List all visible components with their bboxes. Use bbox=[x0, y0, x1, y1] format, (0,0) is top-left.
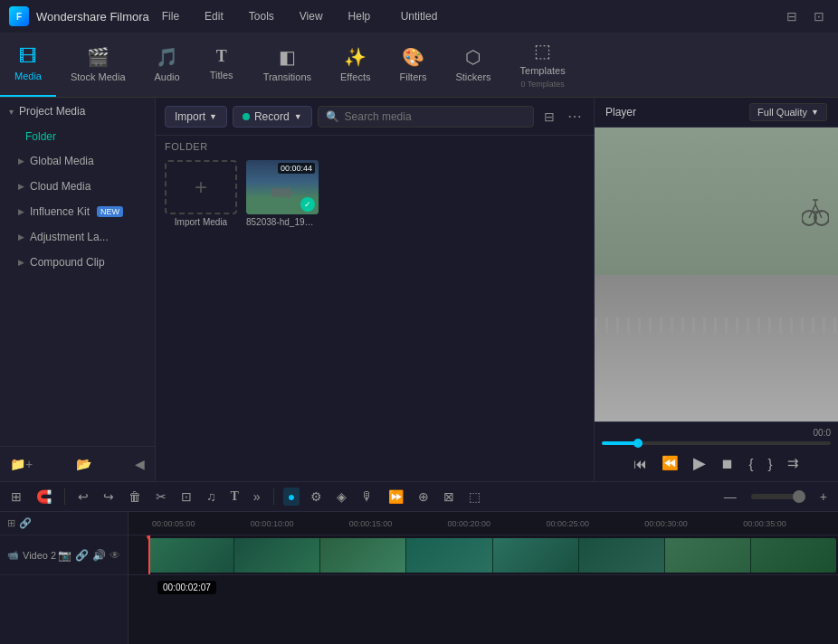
track-view-button[interactable]: ⊞ bbox=[7, 517, 15, 529]
sidebar-item-cloud-media[interactable]: ▶ Cloud Media bbox=[0, 174, 155, 199]
toolbar-media[interactable]: 🎞 Media bbox=[0, 33, 56, 97]
toolbar-transitions[interactable]: ◧ Transitions bbox=[249, 33, 326, 97]
maximize-button[interactable]: ⊡ bbox=[809, 9, 829, 24]
titles-label: Titles bbox=[210, 70, 233, 80]
import-button[interactable]: Import ▼ bbox=[165, 106, 227, 128]
zoom-in-button[interactable]: + bbox=[816, 487, 831, 507]
progress-fill bbox=[602, 441, 636, 445]
toolbar-filters[interactable]: 🎨 Filters bbox=[385, 33, 441, 97]
templates-icon: ⬚ bbox=[534, 40, 551, 62]
transitions-label: Transitions bbox=[263, 71, 311, 82]
templates-badge: 0 Templates bbox=[520, 80, 564, 89]
menu-tools[interactable]: Tools bbox=[243, 6, 280, 26]
track-audio-button[interactable]: 🔊 bbox=[92, 549, 106, 562]
import-media-item[interactable]: + Import Media bbox=[165, 160, 237, 227]
gear-button[interactable]: ⚙ bbox=[307, 487, 326, 507]
split-audio-button[interactable]: ♫ bbox=[203, 487, 220, 507]
settings-button[interactable]: ⇉ bbox=[785, 452, 802, 474]
mask-button[interactable]: ◈ bbox=[333, 487, 350, 507]
menu-bar: File Edit Tools View Help bbox=[157, 6, 376, 26]
import-media-label: Import Media bbox=[175, 217, 227, 227]
track-eye-button[interactable]: 👁 bbox=[110, 549, 120, 562]
sidebar-item-influence-kit[interactable]: ▶ Influence Kit NEW bbox=[0, 199, 155, 224]
timeline-toolbar: ⊞ 🧲 ↩ ↪ 🗑 ✂ ⊡ ♫ T » ● ⚙ ◈ 🎙 ⏩ ⊕ ⊠ ⬚ — + bbox=[0, 482, 838, 512]
sidebar-folder[interactable]: Folder bbox=[0, 125, 155, 148]
ruler-mark-30s: 00:00:30:00 bbox=[641, 519, 739, 528]
speed-button[interactable]: ⏩ bbox=[385, 487, 407, 507]
search-input[interactable] bbox=[345, 110, 526, 123]
media-content: + Import Media 00:00:44 ✓ 8 bbox=[156, 155, 594, 232]
undo-button[interactable]: ↩ bbox=[74, 487, 92, 507]
skip-to-start-button[interactable]: ⏮ bbox=[631, 453, 650, 474]
open-folder-button[interactable]: 📂 bbox=[73, 454, 94, 474]
video-track-row: ▼ ▶ 852038-hd_1920_1080_30fps bbox=[129, 535, 838, 575]
magnet-button[interactable]: 🧲 bbox=[33, 487, 55, 507]
track-camera-button[interactable]: 📷 bbox=[58, 549, 71, 562]
new-folder-button[interactable]: 📁+ bbox=[7, 454, 35, 474]
toolbar-titles[interactable]: T Titles bbox=[195, 33, 249, 97]
menu-view[interactable]: View bbox=[294, 6, 329, 26]
player-tab[interactable]: Player bbox=[605, 106, 636, 118]
main-area: ▾ Project Media Folder ▶ Global Media ▶ … bbox=[0, 98, 838, 481]
record-button[interactable]: Record ▼ bbox=[233, 106, 312, 128]
view-toggle-button[interactable]: ⊞ bbox=[7, 487, 25, 507]
more-tools-button[interactable]: » bbox=[250, 487, 264, 507]
toolbar-stickers[interactable]: ⬡ Stickers bbox=[441, 33, 505, 97]
zoom-handle[interactable] bbox=[793, 490, 805, 503]
minimize-button[interactable]: ⊟ bbox=[782, 9, 802, 24]
sidebar-item-adjustment[interactable]: ▶ Adjustment La... bbox=[0, 224, 155, 250]
video-clip[interactable]: ▶ 852038-hd_1920_1080_30fps bbox=[148, 538, 836, 573]
audio-icon: 🎵 bbox=[156, 46, 178, 68]
toolbar-audio[interactable]: 🎵 Audio bbox=[140, 33, 195, 97]
menu-file[interactable]: File bbox=[157, 6, 185, 26]
filter-button[interactable]: ⊟ bbox=[539, 107, 559, 127]
toolbar-templates[interactable]: ⬚ Templates 0 Templates bbox=[506, 33, 580, 97]
sidebar-item-global-media[interactable]: ▶ Global Media bbox=[0, 148, 155, 174]
subtitle-button[interactable]: ⬚ bbox=[465, 487, 484, 507]
timeline-content: ⊞ 🔗 📹 Video 2 📷 🔗 🔊 👁 bbox=[0, 512, 838, 644]
ai-tools-button[interactable]: ⊕ bbox=[414, 487, 433, 507]
more-options-button[interactable]: ⋯ bbox=[565, 105, 585, 128]
bracket-in-button[interactable]: { bbox=[746, 453, 756, 474]
stickers-icon: ⬡ bbox=[465, 46, 481, 68]
import-placeholder-thumb[interactable]: + bbox=[165, 160, 237, 214]
menu-edit[interactable]: Edit bbox=[199, 6, 229, 26]
voice-button[interactable]: 🎙 bbox=[357, 487, 377, 507]
bracket-out-button[interactable]: } bbox=[766, 453, 776, 474]
toolbar-stock-media[interactable]: 🎬 Stock Media bbox=[56, 33, 140, 97]
adjustment-arrow: ▶ bbox=[18, 232, 24, 242]
sidebar-bottom: 📁+ 📂 ◀ bbox=[0, 446, 155, 481]
search-box[interactable]: 🔍 bbox=[318, 106, 534, 128]
timeline-ruler: 00:00:05:00 00:00:10:00 00:00:15:00 00:0… bbox=[129, 512, 838, 535]
cut-button[interactable]: ✂ bbox=[152, 487, 170, 507]
zoom-slider[interactable] bbox=[751, 494, 805, 499]
screen-rec-button[interactable]: ⊠ bbox=[440, 487, 458, 507]
sidebar-item-compound-clip[interactable]: ▶ Compound Clip bbox=[0, 250, 155, 275]
delete-button[interactable]: 🗑 bbox=[125, 487, 145, 507]
audio-label: Audio bbox=[155, 71, 180, 82]
ruler-mark-20s: 00:00:20:00 bbox=[444, 519, 543, 528]
window-title: Untitled bbox=[401, 10, 438, 23]
stop-button[interactable]: ⏹ bbox=[718, 453, 737, 474]
menu-help[interactable]: Help bbox=[343, 6, 376, 26]
preview-video bbox=[595, 128, 838, 421]
progress-handle[interactable] bbox=[633, 439, 643, 448]
track-link-button[interactable]: 🔗 bbox=[19, 517, 32, 529]
text-button[interactable]: T bbox=[227, 487, 243, 507]
progress-bar[interactable] bbox=[602, 441, 831, 445]
redo-button[interactable]: ↪ bbox=[100, 487, 118, 507]
media-item-clip1[interactable]: 00:00:44 ✓ 852038-hd_1920... bbox=[246, 160, 319, 227]
ai-color-button[interactable]: ● bbox=[283, 488, 300, 506]
quality-select[interactable]: Full Quality ▼ bbox=[749, 103, 827, 121]
collapse-sidebar-button[interactable]: ◀ bbox=[132, 454, 148, 474]
zoom-out-button[interactable]: — bbox=[720, 487, 740, 507]
play-button[interactable]: ▶ bbox=[690, 450, 709, 476]
frame-back-button[interactable]: ⏪ bbox=[659, 452, 681, 474]
sidebar-project-media[interactable]: ▾ Project Media bbox=[0, 98, 155, 125]
adjustment-label: Adjustment La... bbox=[30, 231, 109, 243]
global-media-label: Global Media bbox=[30, 155, 94, 167]
toolbar-effects[interactable]: ✨ Effects bbox=[326, 33, 385, 97]
crop-button[interactable]: ⊡ bbox=[177, 487, 195, 507]
import-dropdown-arrow: ▼ bbox=[209, 112, 217, 121]
track-link-button[interactable]: 🔗 bbox=[75, 549, 89, 562]
